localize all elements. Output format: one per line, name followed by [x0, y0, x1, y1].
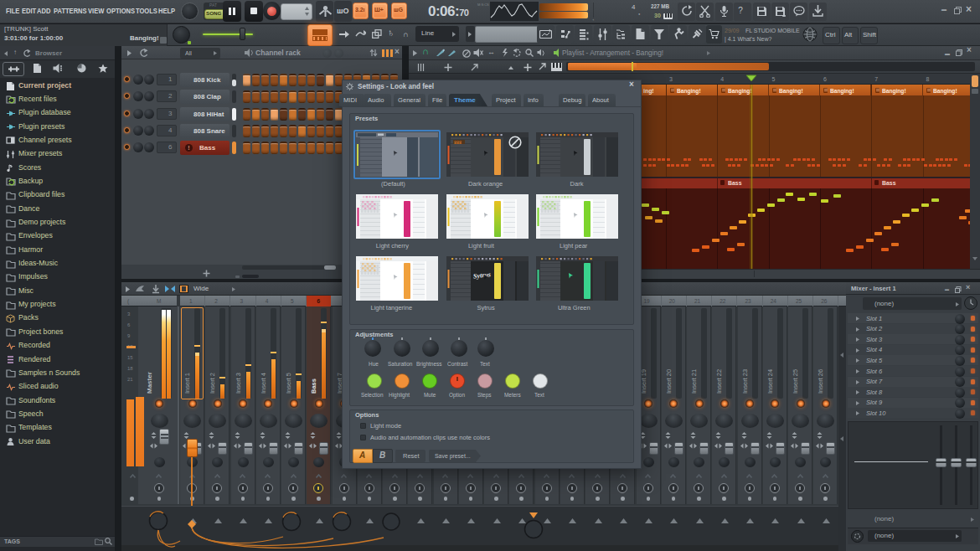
svg-text:888: 888 — [454, 141, 462, 146]
